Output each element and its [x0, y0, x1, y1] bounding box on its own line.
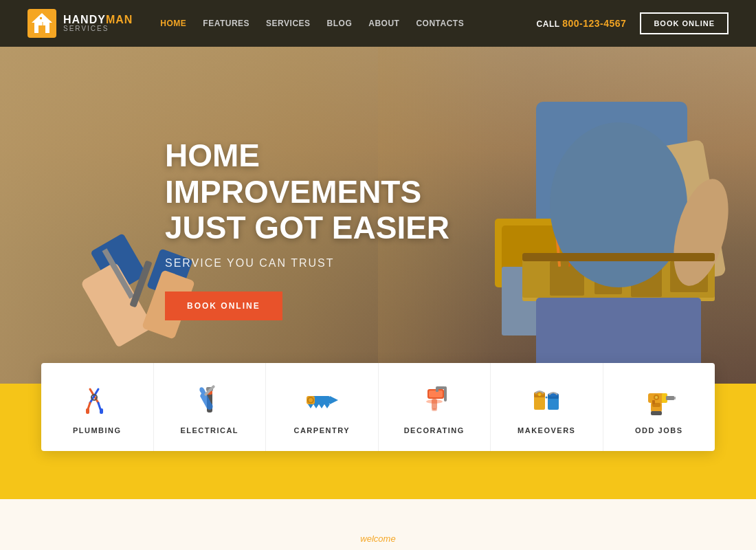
svg-point-18 — [550, 122, 687, 287]
plumbing-icon — [79, 382, 115, 418]
svg-marker-36 — [313, 404, 319, 408]
nav-home[interactable]: HOME — [160, 19, 186, 28]
hero-title: HOME IMPROVEMENTS JUST GOT EASIER — [165, 138, 522, 247]
svg-point-56 — [546, 397, 548, 399]
nav-right: CALL 800-123-4567 BOOK ONLINE — [537, 12, 729, 34]
svg-point-55 — [538, 393, 541, 396]
service-makeovers[interactable]: MAKEOVERS — [491, 363, 603, 451]
svg-rect-45 — [444, 386, 447, 402]
electrical-icon — [192, 382, 227, 418]
plumbing-label: PLUMBING — [73, 426, 122, 434]
logo-man: MAN — [106, 14, 133, 25]
odd-jobs-label: ODD JOBS — [635, 426, 682, 434]
service-carpentry[interactable]: CARPENTRY — [266, 363, 379, 451]
makeovers-label: MAKEOVERS — [518, 426, 575, 434]
electrical-label: ELECTRICAL — [180, 426, 238, 434]
svg-marker-37 — [319, 404, 324, 408]
worker-silhouette — [481, 95, 756, 384]
odd-jobs-icon — [641, 382, 677, 418]
svg-rect-44 — [436, 386, 445, 389]
svg-point-66 — [655, 396, 658, 399]
decorating-icon — [416, 382, 452, 418]
svg-marker-38 — [324, 404, 330, 408]
nav-blog[interactable]: BLOG — [327, 19, 353, 28]
service-plumbing[interactable]: PLUMBING — [41, 363, 154, 451]
book-online-nav-button[interactable]: BOOK ONLINE — [640, 12, 729, 34]
navbar: HANDYMAN SERVICES HOME FEATURES SERVICES… — [0, 0, 756, 47]
makeovers-icon — [529, 382, 564, 418]
svg-marker-35 — [308, 404, 313, 408]
svg-rect-27 — [86, 408, 89, 414]
svg-rect-63 — [651, 411, 662, 415]
service-decorating[interactable]: DECORATING — [379, 363, 491, 451]
house-icon — [27, 9, 56, 38]
why-welcome: welcome — [41, 534, 715, 544]
book-online-hero-button[interactable]: BOOK ONLINE — [165, 292, 282, 320]
service-electrical[interactable]: ELECTRICAL — [154, 363, 267, 451]
logo-text: HANDYMAN SERVICES — [63, 14, 133, 32]
svg-rect-21 — [522, 253, 715, 261]
nav-contacts[interactable]: CONTACTS — [416, 19, 464, 28]
service-odd-jobs[interactable]: ODD JOBS — [603, 363, 715, 451]
svg-rect-60 — [674, 397, 676, 399]
carpentry-icon — [304, 382, 340, 418]
svg-point-48 — [432, 408, 437, 411]
hero-section: HOME IMPROVEMENTS JUST GOT EASIER SERVIC… — [0, 47, 756, 384]
carpentry-label: CARPENTRY — [293, 426, 350, 434]
logo[interactable]: HANDYMAN SERVICES — [27, 9, 133, 38]
logo-handy: HANDY — [63, 14, 106, 25]
decorating-label: DECORATING — [404, 426, 465, 434]
nav-services[interactable]: SERVICES — [266, 19, 310, 28]
svg-rect-3 — [38, 25, 45, 33]
nav-features[interactable]: FEATURES — [203, 19, 249, 28]
svg-rect-28 — [100, 408, 103, 414]
svg-rect-4 — [40, 17, 42, 19]
services-strip: PLUMBING ELECTRICAL — [41, 363, 715, 451]
logo-services: SERVICES — [63, 25, 133, 32]
hero-content: HOME IMPROVEMENTS JUST GOT EASIER SERVIC… — [0, 110, 522, 321]
svg-rect-42 — [429, 390, 443, 397]
svg-marker-34 — [330, 396, 338, 404]
svg-rect-47 — [432, 399, 437, 410]
svg-rect-64 — [652, 400, 655, 404]
services-strip-outer: PLUMBING ELECTRICAL — [0, 384, 756, 499]
svg-rect-49 — [534, 396, 545, 410]
phone-number: 800-123-4567 — [562, 18, 626, 29]
hero-subtitle: SERVICE YOU CAN TRUST — [165, 257, 522, 270]
nav-about[interactable]: ABOUT — [368, 19, 399, 28]
why-section: welcome WHY CHOOSE US? — [0, 499, 756, 550]
nav-links: HOME FEATURES SERVICES BLOG ABOUT CONTAC… — [160, 19, 536, 28]
svg-rect-59 — [666, 396, 674, 400]
call-label: CALL 800-123-4567 — [537, 18, 627, 29]
svg-rect-52 — [548, 397, 559, 410]
